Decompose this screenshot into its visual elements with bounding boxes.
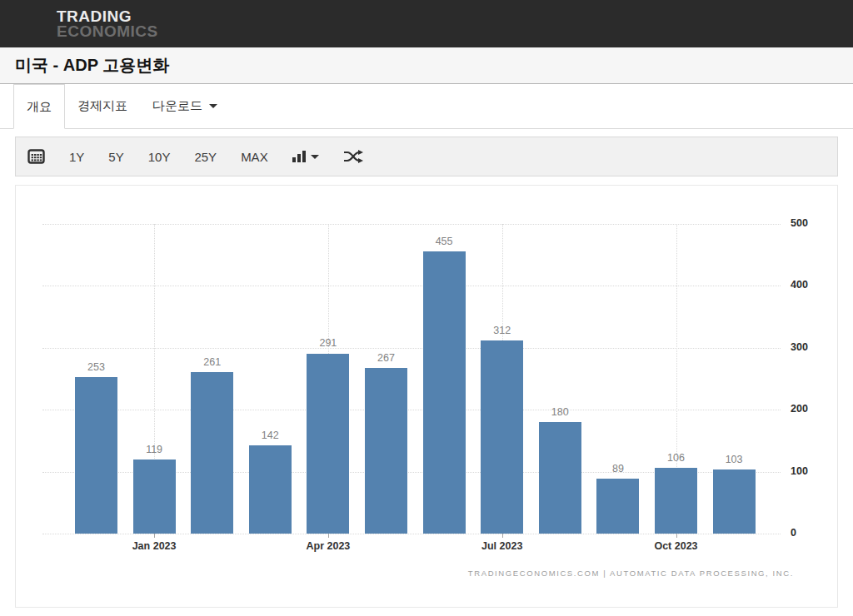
- page-title-bar: 미국 - ADP 고용변화: [0, 47, 853, 84]
- bar-value-label: 119: [129, 444, 179, 455]
- bar-value-label: 106: [651, 452, 701, 464]
- chart-bar[interactable]: [191, 372, 233, 534]
- bar-value-label: 142: [245, 430, 295, 441]
- gridline-h: [42, 224, 781, 225]
- logo-line1: TRADING: [57, 9, 158, 24]
- bar-value-label: 103: [709, 454, 759, 465]
- gridline-h: [42, 286, 781, 286]
- chart-bar[interactable]: [365, 368, 407, 534]
- bar-value-label: 312: [477, 325, 527, 336]
- chart-bar[interactable]: [655, 468, 697, 534]
- tab-download-label: 다운로드: [152, 98, 202, 114]
- compare-shuffle-icon[interactable]: [343, 150, 363, 163]
- calendar-icon[interactable]: [27, 148, 45, 165]
- bar-value-label: 261: [187, 356, 237, 368]
- x-axis-tick-mark: [676, 534, 677, 538]
- tab-overview-label: 개요: [27, 99, 52, 115]
- chart-bar[interactable]: [307, 354, 349, 534]
- bar-value-label: 267: [362, 352, 412, 364]
- chart-bar[interactable]: [481, 340, 523, 534]
- y-axis-tick-label: 200: [791, 403, 824, 415]
- x-axis-tick-label: Apr 2023: [291, 540, 366, 552]
- tab-overview[interactable]: 개요: [13, 84, 65, 129]
- y-axis-tick-label: 400: [791, 279, 824, 291]
- range-button-5y[interactable]: 5Y: [108, 150, 123, 164]
- page-title: 미국 - ADP 고용변화: [15, 54, 169, 77]
- chart-bar[interactable]: [423, 251, 466, 534]
- y-axis-tick-label: 500: [791, 217, 824, 229]
- chart-bar[interactable]: [596, 479, 639, 534]
- x-axis-tick-mark: [502, 534, 503, 538]
- trading-economics-logo[interactable]: TRADING ECONOMICS: [57, 9, 158, 39]
- x-axis-tick-label: Oct 2023: [639, 540, 714, 552]
- chart-bar[interactable]: [713, 469, 756, 534]
- chart-type-icon: [292, 151, 306, 162]
- tab-bar: 개요 경제지표 다운로드: [0, 84, 853, 129]
- chevron-down-icon: [209, 104, 217, 108]
- gridline-h: [42, 410, 781, 410]
- range-button-10y[interactable]: 10Y: [148, 150, 171, 164]
- chevron-down-icon: [311, 155, 319, 159]
- y-axis-tick-label: 300: [791, 341, 824, 353]
- bar-value-label: 253: [72, 361, 122, 373]
- y-axis-tick-label: 100: [791, 465, 824, 477]
- bar-value-label: 455: [419, 236, 469, 247]
- chart-bar[interactable]: [133, 460, 176, 534]
- chart-bar[interactable]: [75, 377, 117, 534]
- range-button-max[interactable]: MAX: [241, 150, 268, 164]
- range-button-1y[interactable]: 1Y: [69, 150, 84, 164]
- x-axis-tick-label: Jul 2023: [465, 540, 540, 552]
- chart-bar[interactable]: [249, 445, 292, 534]
- gridline-h: [42, 534, 781, 534]
- chart-toolbar: 1Y 5Y 10Y 25Y MAX: [15, 137, 838, 176]
- chart-type-selector[interactable]: [292, 151, 319, 162]
- bar-value-label: 291: [303, 337, 353, 349]
- x-axis-tick-label: Jan 2023: [117, 540, 192, 552]
- logo-line2: ECONOMICS: [57, 24, 158, 39]
- x-axis-tick-mark: [154, 534, 155, 538]
- tab-economic-indicators[interactable]: 경제지표: [65, 84, 140, 128]
- bar-value-label: 180: [535, 406, 585, 418]
- top-header-bar: TRADING ECONOMICS: [0, 0, 853, 47]
- chart-attribution: TRADINGECONOMICS.COM | AUTOMATIC DATA PR…: [468, 569, 794, 578]
- plot-area: 0100200300400500Jan 2023Apr 2023Jul 2023…: [42, 224, 781, 534]
- y-axis-tick-label: 0: [791, 527, 824, 539]
- chart-panel: 0100200300400500Jan 2023Apr 2023Jul 2023…: [15, 185, 838, 608]
- x-axis-tick-mark: [328, 534, 329, 538]
- bar-value-label: 89: [593, 463, 643, 474]
- tab-download[interactable]: 다운로드: [140, 84, 230, 128]
- tab-economic-indicators-label: 경제지표: [77, 98, 127, 114]
- gridline-h: [42, 348, 781, 349]
- range-button-25y[interactable]: 25Y: [194, 150, 217, 164]
- chart-bar[interactable]: [539, 422, 581, 534]
